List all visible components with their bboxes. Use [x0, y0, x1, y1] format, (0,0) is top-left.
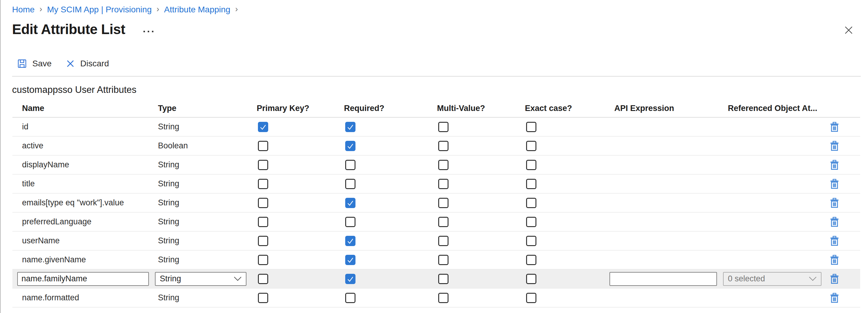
exact-case-checkbox[interactable]: [526, 122, 536, 132]
delete-attribute-button[interactable]: [830, 198, 839, 208]
attribute-type: String: [158, 160, 179, 170]
exact-case-checkbox[interactable]: [526, 160, 536, 170]
multi-value-checkbox[interactable]: [438, 179, 448, 189]
check-icon: [346, 199, 354, 207]
trash-icon: [830, 293, 839, 303]
exact-case-checkbox[interactable]: [526, 293, 536, 303]
multi-value-checkbox[interactable]: [438, 160, 448, 170]
attribute-type: String: [158, 122, 179, 132]
required-checkbox[interactable]: [345, 274, 355, 284]
breadcrumb-provisioning[interactable]: My SCIM App | Provisioning: [47, 5, 152, 14]
required-checkbox[interactable]: [345, 255, 355, 265]
toolbar-divider: [12, 76, 861, 77]
multi-value-checkbox[interactable]: [438, 122, 448, 132]
delete-attribute-button[interactable]: [830, 236, 839, 246]
col-header-api-expression: API Expression: [614, 104, 728, 113]
required-checkbox[interactable]: [345, 122, 355, 132]
toolbar: Save Discard: [14, 59, 112, 69]
exact-case-checkbox[interactable]: [526, 274, 536, 284]
exact-case-checkbox[interactable]: [526, 236, 536, 246]
multi-value-checkbox[interactable]: [438, 255, 448, 265]
delete-attribute-button[interactable]: [830, 122, 839, 132]
exact-case-checkbox[interactable]: [526, 217, 536, 227]
required-checkbox[interactable]: [345, 141, 355, 151]
delete-attribute-button[interactable]: [830, 179, 839, 189]
delete-attribute-button[interactable]: [830, 217, 839, 227]
primary-key-checkbox[interactable]: [258, 274, 268, 284]
primary-key-checkbox[interactable]: [258, 160, 268, 170]
referenced-object-select[interactable]: 0 selected: [723, 272, 822, 286]
attribute-row: emails[type eq "work"].value String Stri…: [12, 194, 860, 213]
delete-attribute-button[interactable]: [830, 141, 839, 151]
exact-case-checkbox[interactable]: [526, 141, 536, 151]
attribute-type: String: [158, 236, 179, 245]
dot: [144, 31, 145, 32]
discard-button[interactable]: Discard: [63, 59, 112, 69]
attribute-type: String: [158, 255, 179, 265]
discard-label: Discard: [80, 59, 109, 68]
trash-icon: [830, 274, 839, 284]
multi-value-checkbox[interactable]: [438, 236, 448, 246]
col-header-primary-key: Primary Key?: [257, 104, 344, 113]
trash-icon: [830, 198, 839, 208]
primary-key-checkbox[interactable]: [258, 236, 268, 246]
required-checkbox[interactable]: [345, 293, 355, 303]
attribute-row: active Boolean Boolean: [12, 137, 860, 155]
delete-attribute-button[interactable]: [830, 274, 839, 284]
delete-attribute-button[interactable]: [830, 293, 839, 303]
attribute-row: name.familyName String String: [12, 270, 860, 288]
required-checkbox[interactable]: [345, 236, 355, 246]
more-icon[interactable]: [142, 30, 155, 33]
required-checkbox[interactable]: [345, 198, 355, 208]
attribute-row: id String String: [12, 117, 860, 137]
required-checkbox[interactable]: [345, 160, 355, 170]
attribute-name: id: [22, 122, 28, 132]
attribute-type: String: [158, 198, 179, 207]
multi-value-checkbox[interactable]: [438, 293, 448, 303]
multi-value-checkbox[interactable]: [438, 198, 448, 208]
attribute-row: preferredLanguage String String: [12, 213, 860, 232]
required-checkbox[interactable]: [345, 179, 355, 189]
save-button[interactable]: Save: [14, 59, 54, 69]
attribute-type: Boolean: [158, 141, 188, 150]
attribute-name-input[interactable]: [17, 272, 149, 286]
attribute-row: name.formatted String String: [12, 288, 860, 308]
table-header: Name Type Primary Key? Required? Multi-V…: [12, 100, 860, 117]
trash-icon: [830, 141, 839, 151]
primary-key-checkbox[interactable]: [258, 179, 268, 189]
breadcrumb-home[interactable]: Home: [12, 5, 35, 14]
delete-attribute-button[interactable]: [830, 255, 839, 265]
attribute-row: userName String String: [12, 232, 860, 251]
attribute-name: name.givenName: [22, 255, 86, 265]
attribute-name: userName: [22, 236, 60, 245]
primary-key-checkbox[interactable]: [258, 198, 268, 208]
multi-value-checkbox[interactable]: [438, 141, 448, 151]
section-title: customappsso User Attributes: [12, 84, 136, 95]
col-header-name: Name: [22, 104, 158, 113]
attribute-row: name.givenName String String: [12, 251, 860, 270]
api-expression-input[interactable]: [610, 272, 717, 286]
close-button[interactable]: [843, 25, 854, 36]
attribute-name: active: [22, 141, 43, 150]
attribute-name: displayName: [22, 160, 69, 170]
attributes-table: Name Type Primary Key? Required? Multi-V…: [12, 100, 860, 308]
attribute-type: String: [158, 293, 179, 303]
attribute-row: displayName String String: [12, 155, 860, 175]
exact-case-checkbox[interactable]: [526, 255, 536, 265]
trash-icon: [830, 255, 839, 265]
exact-case-checkbox[interactable]: [526, 198, 536, 208]
breadcrumb-attribute-mapping[interactable]: Attribute Mapping: [164, 5, 230, 14]
primary-key-checkbox[interactable]: [258, 122, 268, 132]
primary-key-checkbox[interactable]: [258, 217, 268, 227]
multi-value-checkbox[interactable]: [438, 274, 448, 284]
type-select[interactable]: String: [155, 272, 246, 286]
primary-key-checkbox[interactable]: [258, 141, 268, 151]
save-label: Save: [32, 59, 52, 68]
primary-key-checkbox[interactable]: [258, 255, 268, 265]
exact-case-checkbox[interactable]: [526, 179, 536, 189]
required-checkbox[interactable]: [345, 217, 355, 227]
delete-attribute-button[interactable]: [830, 160, 839, 170]
multi-value-checkbox[interactable]: [438, 217, 448, 227]
title-row: Edit Attribute List: [12, 21, 155, 37]
primary-key-checkbox[interactable]: [258, 293, 268, 303]
